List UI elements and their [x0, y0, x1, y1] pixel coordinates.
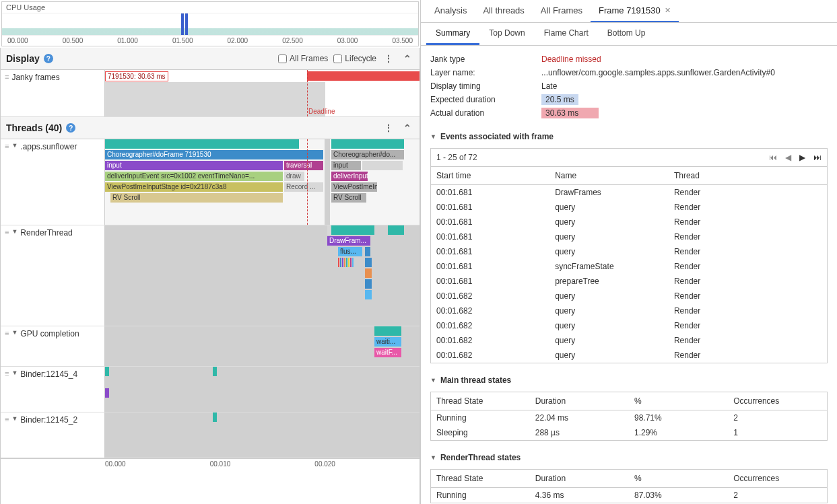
drag-icon[interactable]: ≡ — [5, 228, 9, 236]
trace-bar[interactable]: Choreographer#doFrame 7191530 — [105, 150, 323, 159]
table-row[interactable]: 00:01.681DrawFramesRender — [431, 185, 828, 201]
trace-bar[interactable]: flus... — [338, 247, 362, 256]
trace-bar[interactable]: RV Scroll — [110, 193, 283, 203]
table-row[interactable]: 00:01.681queryRender — [431, 200, 828, 215]
trace-bar[interactable] — [365, 258, 372, 267]
chevron-down-icon[interactable]: ▼ — [430, 133, 436, 140]
table-row[interactable]: Running22.04 ms98.71%2 — [431, 410, 828, 426]
table-row[interactable]: 00:01.681queryRender — [431, 244, 828, 259]
trace-bar[interactable] — [105, 388, 109, 398]
help-icon[interactable]: ? — [44, 54, 53, 63]
close-icon[interactable]: ✕ — [665, 6, 671, 15]
drag-icon[interactable]: ≡ — [5, 369, 9, 377]
chevron-down-icon[interactable]: ▼ — [11, 228, 18, 235]
col-state[interactable]: Thread State — [431, 470, 530, 488]
tab-all-frames[interactable]: All Frames — [533, 0, 591, 22]
table-row[interactable]: 00:01.682queryRender — [431, 318, 828, 333]
trace-bar[interactable]: Choreographer#do... — [331, 150, 404, 159]
janky-bar-red[interactable] — [307, 71, 420, 81]
table-row[interactable]: 00:01.682queryRender — [431, 333, 828, 348]
col-occ[interactable]: Occurrences — [728, 470, 827, 488]
trace-bar[interactable]: DrawFram... — [327, 236, 370, 246]
more-icon[interactable]: ⋮ — [382, 52, 395, 65]
trace-bar[interactable]: deliverInputEvent src=0x1002 eventTimeNa… — [105, 172, 283, 181]
subtab-flame[interactable]: Flame Chart — [535, 23, 598, 45]
next-page-icon[interactable]: ▶ — [799, 153, 805, 162]
drag-icon[interactable]: ≡ — [5, 415, 9, 423]
trace-bar[interactable]: waiti... — [374, 337, 401, 347]
trace-bar[interactable] — [388, 225, 404, 235]
col-pct[interactable]: % — [629, 392, 728, 410]
chevron-down-icon[interactable]: ▼ — [11, 369, 18, 376]
thread-track-gpu[interactable]: waiti... waitF... — [105, 326, 420, 366]
chevron-down-icon[interactable]: ▼ — [430, 377, 436, 384]
drag-icon[interactable]: ≡ — [5, 73, 9, 81]
cpu-selection-start[interactable] — [181, 13, 184, 35]
all-frames-input[interactable] — [278, 55, 287, 63]
col-start[interactable]: Start time — [431, 167, 550, 185]
table-row[interactable]: 00:01.682queryRender — [431, 348, 828, 363]
prev-page-icon[interactable]: ◀ — [785, 153, 791, 162]
col-duration[interactable]: Duration — [530, 392, 629, 410]
all-frames-checkbox[interactable]: All Frames — [278, 54, 328, 63]
chevron-down-icon[interactable]: ▼ — [430, 454, 436, 461]
trace-bar[interactable] — [331, 139, 404, 149]
tab-all-threads[interactable]: All threads — [475, 0, 532, 22]
chevron-down-icon[interactable]: ▼ — [11, 142, 18, 149]
trace-bar[interactable] — [105, 139, 299, 149]
col-duration[interactable]: Duration — [530, 470, 629, 488]
trace-bar[interactable] — [374, 326, 401, 336]
lifecycle-checkbox[interactable]: Lifecycle — [333, 54, 376, 63]
collapse-icon[interactable]: ⌃ — [401, 52, 414, 65]
trace-mini[interactable] — [338, 258, 354, 267]
drag-icon[interactable]: ≡ — [5, 329, 9, 337]
trace-bar[interactable] — [365, 290, 372, 299]
trace-bar[interactable]: ViewPostImeInp... — [331, 182, 377, 192]
more-icon[interactable]: ⋮ — [382, 121, 395, 135]
trace-bar[interactable]: input — [331, 161, 361, 170]
chevron-down-icon[interactable]: ▼ — [11, 329, 18, 336]
chevron-down-icon[interactable]: ▼ — [11, 415, 18, 422]
last-page-icon[interactable]: ⏭ — [813, 153, 822, 162]
trace-bar[interactable] — [213, 367, 217, 376]
collapse-icon[interactable]: ⌃ — [401, 121, 414, 135]
cpu-chart[interactable] — [2, 13, 418, 35]
thread-track-binder2[interactable] — [105, 412, 420, 458]
trace-bar[interactable] — [365, 268, 372, 278]
tab-analysis[interactable]: Analysis — [426, 0, 475, 22]
thread-track-render[interactable]: DrawFram... flus... — [105, 225, 420, 326]
trace-bar[interactable] — [327, 225, 374, 235]
trace-bar[interactable] — [362, 161, 403, 170]
cpu-selection-end[interactable] — [185, 13, 188, 35]
table-row[interactable]: 00:01.681prepareTreeRender — [431, 274, 828, 289]
trace-bar[interactable] — [365, 279, 372, 289]
table-row[interactable]: 00:01.681queryRender — [431, 229, 828, 244]
trace-bar[interactable] — [213, 412, 217, 422]
table-row[interactable]: Running4.36 ms87.03%2 — [431, 488, 828, 503]
trace-bar[interactable]: traversal — [284, 161, 323, 170]
table-row[interactable]: 00:01.681syncFrameStateRender — [431, 259, 828, 274]
trace-bar[interactable]: RV Scroll — [331, 193, 366, 203]
table-row[interactable]: 00:01.682queryRender — [431, 303, 828, 318]
trace-bar[interactable]: deliverInputEven... — [331, 172, 368, 181]
drag-icon[interactable]: ≡ — [5, 142, 9, 150]
subtab-topdown[interactable]: Top Down — [479, 23, 534, 45]
trace-bar[interactable] — [105, 367, 109, 376]
subtab-summary[interactable]: Summary — [426, 23, 479, 45]
col-name[interactable]: Name — [549, 167, 669, 185]
janky-track[interactable]: 7191530: 30.63 ms Deadline — [105, 70, 420, 116]
table-row[interactable]: 00:01.681queryRender — [431, 215, 828, 229]
col-state[interactable]: Thread State — [431, 392, 530, 410]
trace-bar[interactable]: ViewPostImeInputStage id=0x2187c3a8 — [105, 182, 283, 192]
trace-bar[interactable]: Record ... — [284, 182, 323, 192]
thread-track-binder4[interactable] — [105, 367, 420, 412]
table-row[interactable]: 00:01.682queryRender — [431, 289, 828, 303]
thread-track-sunflower[interactable]: Choreographer#doFrame 7191530 Choreograp… — [105, 139, 420, 225]
trace-bar[interactable] — [365, 247, 370, 256]
col-pct[interactable]: % — [629, 470, 728, 488]
janky-frame-bar[interactable]: 7191530: 30.63 ms — [105, 71, 168, 81]
subtab-bottomup[interactable]: Bottom Up — [598, 23, 655, 45]
table-row[interactable]: Sleeping288 µs1.29%1 — [431, 425, 828, 441]
tab-frame[interactable]: Frame 7191530 ✕ — [591, 0, 679, 22]
trace-bar[interactable]: draw — [284, 172, 304, 181]
